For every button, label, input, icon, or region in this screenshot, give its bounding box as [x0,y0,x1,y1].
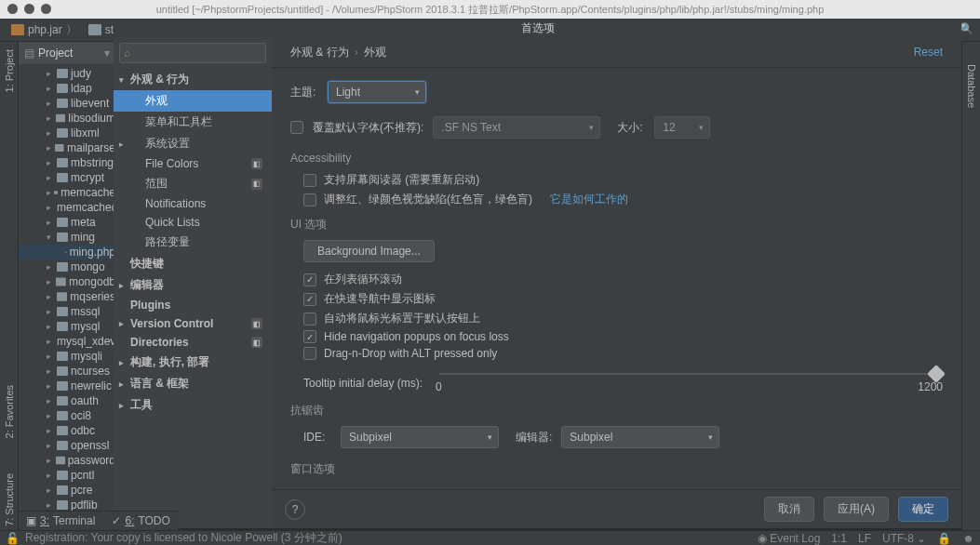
svg-rect-29 [57,471,68,480]
tree-item-ming[interactable]: ▾ming [19,230,115,245]
tree-item-newrelic[interactable]: ▸newrelic [19,379,115,393]
settings-item[interactable]: 范围◧ [114,173,272,194]
editor-antialias-select[interactable]: Subpixel▾ [561,426,719,448]
tree-item-ming.php[interactable]: ming.php [19,245,115,259]
settings-item[interactable]: ▾外观 & 行为 [114,69,272,90]
svg-rect-19 [57,322,68,331]
tree-item-libsodium[interactable]: ▸libsodium [19,111,115,126]
search-icon[interactable]: 🔍 [960,22,974,37]
settings-sidebar: ⌕ ▾外观 & 行为外观菜单和工具栏▸系统设置File Colors◧范围◧No… [114,37,272,528]
settings-item[interactable]: 菜单和工具栏 [114,112,272,133]
tree-item-password[interactable]: ▸password [19,453,115,468]
settings-item[interactable]: ▸工具 [114,394,272,416]
caret-position[interactable]: 1:1 [831,532,847,545]
svg-rect-30 [57,485,68,495]
override-font-checkbox[interactable] [290,121,303,134]
tree-item-judy[interactable]: ▸judy [19,66,115,81]
project-header[interactable]: ▤Project▾ [19,42,115,64]
background-image-button[interactable]: Background Image... [303,240,435,262]
reset-link[interactable]: Reset [914,46,943,59]
line-separator[interactable]: LF [858,532,871,545]
mac-min-dot[interactable] [24,4,34,14]
drag-alt-checkbox[interactable] [303,347,316,360]
tool-project[interactable]: 1: Project [4,46,15,96]
tree-item-mcrypt[interactable]: ▸mcrypt [19,170,115,185]
size-select[interactable]: 12▾ [654,116,710,139]
window-options-section: 窗口选项 [290,461,943,477]
apply-button[interactable]: 应用(A) [824,497,889,522]
tree-item-libxml[interactable]: ▸libxml [19,126,115,140]
tree-item-oci8[interactable]: ▸oci8 [19,408,115,423]
project-tree[interactable]: ▸judy▸ldap▸libevent▸libsodium▸libxml▸mai… [19,64,115,530]
settings-item[interactable]: Plugins [114,296,272,314]
mac-close-dot[interactable] [7,4,18,14]
screen-reader-checkbox[interactable] [303,174,316,187]
tooltip-delay-slider[interactable] [439,373,939,375]
tree-item-libevent[interactable]: ▸libevent [19,96,115,111]
quick-nav-checkbox[interactable] [303,293,316,306]
tree-item-ldap[interactable]: ▸ldap [19,81,115,96]
svg-rect-10 [54,191,58,194]
settings-search[interactable]: ⌕ [119,43,266,63]
tree-item-meta[interactable]: ▸meta [19,215,115,230]
settings-item[interactable]: ▸构建, 执行, 部署 [114,352,272,373]
tree-item-pcntl[interactable]: ▸pcntl [19,468,115,483]
tool-database[interactable]: Database [966,60,977,112]
tree-item-mysqli[interactable]: ▸mysqli [19,349,115,364]
ok-button[interactable]: 确定 [898,497,948,522]
event-log-link[interactable]: ◉ Event Log [758,532,820,545]
help-button[interactable]: ? [285,499,305,520]
hide-nav-checkbox[interactable] [303,330,316,343]
tree-item-mbstring[interactable]: ▸mbstring [19,155,115,170]
tree-item-mongo[interactable]: ▸mongo [19,259,115,274]
svg-rect-28 [56,457,65,464]
tree-item-mqseries[interactable]: ▸mqseries [19,289,115,304]
tree-item-ncurses[interactable]: ▸ncurses [19,364,115,379]
settings-item[interactable]: 快捷键 [114,253,272,274]
settings-item[interactable]: ▸语言 & 框架 [114,373,272,394]
settings-item[interactable]: ▸编辑器 [114,274,272,296]
readonly-lock-icon[interactable]: 🔒 [937,532,951,545]
settings-item[interactable]: ▸系统设置 [114,133,272,154]
tree-item-memcached[interactable]: ▸memcached [19,200,115,215]
settings-item[interactable]: File Colors◧ [114,154,272,173]
settings-item[interactable]: 外观 [114,90,272,112]
settings-search-input[interactable] [130,47,262,60]
hector-icon[interactable]: ☻ [962,532,974,545]
tree-item-openssl[interactable]: ▸openssl [19,438,115,453]
settings-tree[interactable]: ▾外观 & 行为外观菜单和工具栏▸系统设置File Colors◧范围◧Noti… [114,69,272,416]
tree-item-memcache[interactable]: ▸memcache [19,185,115,200]
cancel-button[interactable]: 取消 [764,497,814,522]
left-tool-strip: 1: Project 2: Favorites 7: Structure [0,42,19,530]
tool-favorites[interactable]: 2: Favorites [4,381,15,442]
tree-item-mssql[interactable]: ▸mssql [19,304,115,319]
font-select[interactable]: .SF NS Text▾ [433,116,600,139]
settings-item[interactable]: Quick Lists [114,213,272,232]
settings-item[interactable]: Notifications [114,194,272,213]
tree-item-mysql_xdevapi[interactable]: ▸mysql_xdevapi [19,334,115,349]
tree-item-mongodb[interactable]: ▸mongodb [19,274,115,289]
tree-item-mailparse[interactable]: ▸mailparse [19,140,115,155]
crumb-phpjar[interactable]: php.jar〉 [6,20,83,40]
file-encoding[interactable]: UTF-8 ⌄ [882,532,926,545]
svg-rect-31 [57,500,68,510]
theme-select[interactable]: Light▾ [328,81,426,103]
svg-rect-15 [57,262,68,272]
status-lock-icon[interactable]: 🔓 [6,532,20,545]
tree-item-mysql[interactable]: ▸mysql [19,319,115,334]
mouse-default-checkbox[interactable] [303,312,316,326]
ide-antialias-select[interactable]: Subpixel▾ [341,426,499,448]
tool-structure[interactable]: 7: Structure [4,470,15,530]
settings-item[interactable]: Directories◧ [114,333,272,352]
how-it-works-link[interactable]: 它是如何工作的 [550,192,628,207]
settings-item[interactable]: ▸Version Control◧ [114,314,272,333]
tree-item-odbc[interactable]: ▸odbc [19,423,115,438]
color-deficiency-checkbox[interactable] [303,193,316,206]
mac-max-dot[interactable] [41,4,51,14]
terminal-tab[interactable]: ▣3: Terminal [19,511,102,530]
tree-item-pcre[interactable]: ▸pcre [19,483,115,498]
todo-tab[interactable]: ✓6: TODO [104,511,177,530]
tree-item-oauth[interactable]: ▸oauth [19,393,115,408]
settings-item[interactable]: 路径变量 [114,232,272,253]
cyclic-scroll-checkbox[interactable] [303,273,316,286]
